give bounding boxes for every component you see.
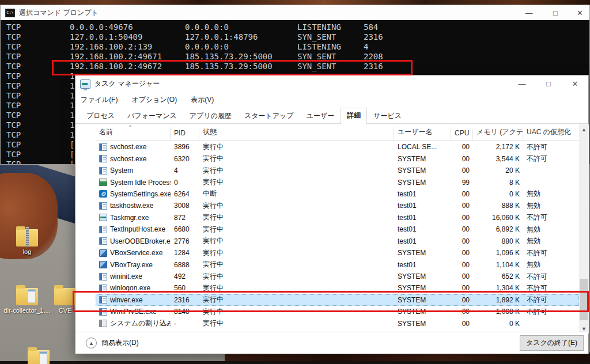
column-header-status[interactable]: 状態 xyxy=(199,127,394,141)
simple-view-toggle[interactable]: ▲ 簡易表示(D) xyxy=(86,338,139,348)
table-row[interactable]: SystemSettings.exe 6264 中断 test01 00 0 K… xyxy=(96,188,579,200)
process-pid: 492 xyxy=(171,272,199,280)
desktop-icon-label: log xyxy=(3,248,51,255)
tab[interactable]: スタートアップ xyxy=(238,108,300,124)
netstat-protocol: TCP xyxy=(6,81,70,91)
menu-item[interactable]: オプション(O) xyxy=(131,95,177,105)
netstat-protocol: TCP xyxy=(6,160,70,164)
process-memory: 6,892 K xyxy=(473,225,523,233)
process-memory: 1,068 K xyxy=(473,308,523,316)
scrollbar-thumb[interactable] xyxy=(580,279,588,320)
column-header-cpu[interactable]: CPU xyxy=(451,129,473,141)
process-cpu: 99 xyxy=(451,179,473,187)
process-user: SYSTEM xyxy=(394,272,451,280)
process-memory: 1,304 K xyxy=(473,284,523,292)
netstat-pid: 4 xyxy=(364,42,368,52)
process-cpu: 00 xyxy=(451,214,473,222)
desktop-icon-partial-folder[interactable] xyxy=(14,350,63,364)
table-row[interactable]: winver.exe 2316 実行中 SYSTEM 00 1,892 K 不許… xyxy=(96,294,579,306)
column-header-memory[interactable]: メモリ (アクテ... xyxy=(473,127,523,141)
netstat-remote-address: 127.0.0.1:48796 xyxy=(185,32,297,42)
process-uac: 無効 xyxy=(523,201,578,211)
process-icon xyxy=(99,237,107,245)
maximize-button[interactable]: □ xyxy=(542,5,569,20)
table-row[interactable]: WmiPrvSE.exe 8148 実行中 SYSTEM 00 1,068 K … xyxy=(96,306,579,317)
tab[interactable]: プロセス xyxy=(80,108,121,124)
process-name: VBoxService.exe xyxy=(110,249,162,257)
task-manager-titlebar[interactable]: タスク マネージャー — □ ✕ xyxy=(75,75,588,92)
process-pid: 6320 xyxy=(171,155,199,163)
tab[interactable]: サービス xyxy=(367,108,408,124)
process-user: test01 xyxy=(394,237,451,245)
command-prompt-titlebar[interactable]: C:\ 選択コマンド プロンプト — □ ✕ xyxy=(1,5,589,20)
process-status: 実行中 xyxy=(199,201,394,211)
minimize-button[interactable]: — xyxy=(516,5,542,20)
process-uac: 無効 xyxy=(523,236,578,246)
process-uac: 不許可 xyxy=(523,154,578,164)
tab-bar: プロセス パフォーマンス アプリの履歴 スタートアップ ユーザー 詳細 サービス xyxy=(75,107,588,124)
column-header-name[interactable]: 名前 xyxy=(96,127,171,141)
end-task-button[interactable]: タスクの終了(E) xyxy=(520,335,584,351)
table-row[interactable]: taskhostw.exe 3008 実行中 test01 00 888 K 無… xyxy=(96,200,579,211)
close-button[interactable]: ✕ xyxy=(562,75,588,92)
tab[interactable]: 詳細 xyxy=(341,108,367,124)
tab[interactable]: アプリの履歴 xyxy=(183,108,238,124)
column-header-pid[interactable]: PID xyxy=(171,129,199,141)
process-uac: 無効 xyxy=(523,225,578,234)
maximize-button[interactable]: □ xyxy=(535,75,562,92)
netstat-row: TCP 192.168.100.2:49671 185.135.73.29:50… xyxy=(6,52,589,62)
cmd-icon: C:\ xyxy=(5,9,15,17)
process-cpu: 00 xyxy=(451,308,473,316)
process-status: 実行中 xyxy=(199,295,394,305)
process-memory: 2,172 K xyxy=(473,143,523,151)
window-title: タスク マネージャー xyxy=(94,79,160,89)
menu-item[interactable]: ファイル(F) xyxy=(81,95,118,105)
menu-item[interactable]: 表示(V) xyxy=(191,95,214,105)
process-memory: 0 K xyxy=(473,190,523,198)
process-uac: 不許可 xyxy=(523,142,578,152)
table-row[interactable]: VBoxService.exe 1284 実行中 SYSTEM 00 1,096… xyxy=(96,247,579,259)
task-manager-icon xyxy=(80,79,90,89)
netstat-row: TCP 0.0.0.0:49676 0.0.0.0:0 LISTENING 58… xyxy=(6,22,589,32)
table-row[interactable]: System Idle Process 0 実行中 SYSTEM 99 8 K xyxy=(96,176,579,188)
process-pid: 8148 xyxy=(171,308,199,316)
footer-bar: ▲ 簡易表示(D) タスクの終了(E) xyxy=(75,332,588,354)
table-row[interactable]: UserOOBEBroker.exe 2776 実行中 test01 00 88… xyxy=(96,236,579,247)
netstat-local-address: 192.168.100.2:49671 xyxy=(70,52,185,62)
scroll-up-icon[interactable]: ▲ xyxy=(579,124,589,134)
process-memory: 8 K xyxy=(473,179,523,187)
process-name: System xyxy=(110,166,133,175)
process-cpu: 00 xyxy=(451,249,473,257)
process-memory: 1,104 K xyxy=(473,261,523,269)
table-row[interactable]: VBoxTray.exe 6888 実行中 test01 00 1,104 K … xyxy=(96,259,579,270)
process-status: 実行中 xyxy=(199,236,394,246)
desktop-icon-log-zip[interactable]: log xyxy=(3,229,51,255)
vertical-scrollbar[interactable]: ▲ ▼ xyxy=(579,124,589,333)
netstat-protocol: TCP xyxy=(6,71,70,81)
table-row[interactable]: winlogon.exe 560 実行中 SYSTEM 00 1,304 K 不… xyxy=(96,282,579,294)
column-header-user[interactable]: ユーザー名 xyxy=(394,127,451,141)
column-header-uac[interactable]: UAC の仮想化 xyxy=(523,127,578,141)
process-cpu: 00 xyxy=(451,190,473,198)
table-row[interactable]: Taskmgr.exe 872 実行中 test01 00 16,060 K 不… xyxy=(96,212,579,223)
close-button[interactable]: ✕ xyxy=(569,5,589,20)
process-cpu: 00 xyxy=(451,272,473,280)
simple-view-label: 簡易表示(D) xyxy=(101,338,139,348)
tab[interactable]: ユーザー xyxy=(300,108,341,124)
chevron-up-icon: ▲ xyxy=(86,338,97,348)
process-cpu: 00 xyxy=(451,202,473,210)
table-row[interactable]: TextInputHost.exe 6680 実行中 test01 00 6,8… xyxy=(96,223,579,235)
table-row[interactable]: wininit.exe 492 実行中 SYSTEM 00 652 K 不許可 xyxy=(96,271,579,282)
minimize-button[interactable]: — xyxy=(509,75,535,92)
process-user: SYSTEM xyxy=(394,308,451,316)
tab[interactable]: パフォーマンス xyxy=(121,108,183,124)
desktop-icon-dir-collector[interactable]: dir-collector_1.... xyxy=(3,288,51,314)
process-name: WmiPrvSE.exe xyxy=(110,308,157,316)
netstat-state: LISTENING xyxy=(297,42,364,52)
process-name: winlogon.exe xyxy=(110,284,150,292)
table-row[interactable]: システムの割り込み - 実行中 SYSTEM 00 0 K xyxy=(96,318,579,329)
process-rows: svchost.exe 3896 実行中 LOCAL SE... 00 2,17… xyxy=(96,141,579,329)
table-row[interactable]: svchost.exe 3896 実行中 LOCAL SE... 00 2,17… xyxy=(96,141,579,153)
table-row[interactable]: System 4 実行中 SYSTEM 00 20 K xyxy=(96,165,579,176)
table-row[interactable]: svchost.exe 6320 実行中 SYSTEM 00 3,544 K 不… xyxy=(96,153,579,164)
